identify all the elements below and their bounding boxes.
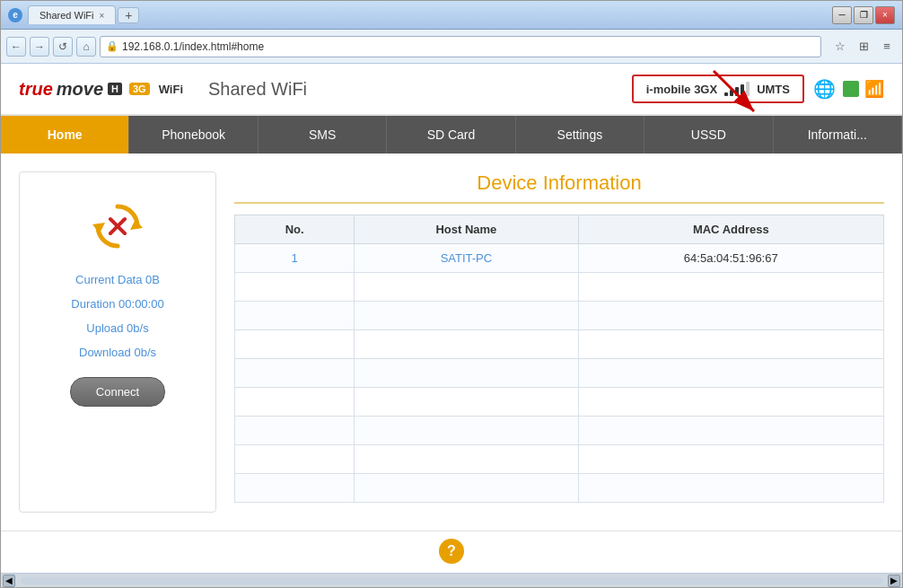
tab-label: Shared WiFi xyxy=(39,10,94,21)
cell-mac xyxy=(578,359,883,388)
close-button[interactable]: × xyxy=(875,6,895,24)
col-mac: MAC Address xyxy=(578,215,883,244)
tab-bar: e Shared WiFi × + xyxy=(8,1,139,29)
signal-bar-2 xyxy=(730,90,733,96)
table-row xyxy=(235,417,884,445)
cell-hostname xyxy=(355,474,578,503)
main-content: Current Data 0B Duration 00:00:00 Upload… xyxy=(1,154,902,531)
table-row xyxy=(235,273,884,302)
cell-mac xyxy=(578,445,883,474)
nav-bar: Home Phonebook SMS SD Card Settings USSD… xyxy=(1,116,902,154)
nav-settings[interactable]: Settings xyxy=(516,116,644,154)
globe-icon: 🌐 xyxy=(813,78,836,100)
signal-bar-5 xyxy=(746,82,750,96)
maximize-button[interactable]: ❐ xyxy=(854,6,873,24)
cell-no xyxy=(235,359,355,388)
table-row: 1SATIT-PC64:5a:04:51:96:67 xyxy=(235,244,884,273)
header-icons: 🌐 📶 xyxy=(813,78,884,100)
table-row xyxy=(235,302,884,330)
scroll-track[interactable] xyxy=(21,577,882,584)
toolbar-icons: ☆ ⊞ ≡ xyxy=(830,37,897,57)
browser-tab[interactable]: Shared WiFi × xyxy=(28,5,116,24)
signal-carrier: i-mobile 3GX xyxy=(646,83,717,96)
logo-h: H xyxy=(108,83,122,95)
col-no: No. xyxy=(235,215,355,244)
cell-mac xyxy=(578,417,883,445)
nav-sms[interactable]: SMS xyxy=(259,116,387,154)
truemove-logo: true move H 3G WiFi xyxy=(19,79,183,100)
back-button[interactable]: ← xyxy=(6,37,26,57)
page-content: true move H 3G WiFi Shared WiFi i-mobile… xyxy=(1,64,902,573)
signal-info-box: i-mobile 3GX UMTS xyxy=(632,75,804,103)
device-table: No. Host Name MAC Address 1SATIT-PC64:5a… xyxy=(234,215,884,503)
scrollbar[interactable]: ◀ ▶ xyxy=(1,573,902,587)
duration-label: Duration 00:00:00 xyxy=(71,297,163,311)
minimize-button[interactable]: ─ xyxy=(832,6,852,24)
address-icon: 🔒 xyxy=(106,40,118,52)
nav-phonebook[interactable]: Phonebook xyxy=(129,116,258,154)
current-data-label: Current Data 0B xyxy=(75,273,160,286)
menu-icon[interactable]: ≡ xyxy=(877,37,897,57)
page-title: Shared WiFi xyxy=(208,79,632,100)
help-button[interactable]: ? xyxy=(439,539,464,564)
left-panel: Current Data 0B Duration 00:00:00 Upload… xyxy=(19,171,216,513)
cell-no xyxy=(235,388,355,417)
favorites-icon[interactable]: ☆ xyxy=(830,37,850,57)
sync-icon xyxy=(91,199,145,253)
address-text: 192.168.0.1/index.html#home xyxy=(122,40,264,53)
signal-bar-4 xyxy=(741,84,744,96)
address-bar[interactable]: 🔒 192.168.0.1/index.html#home xyxy=(100,36,821,57)
cell-mac: 64:5a:04:51:96:67 xyxy=(578,244,883,273)
cell-hostname xyxy=(355,445,578,474)
svg-marker-3 xyxy=(92,223,105,233)
nav-home[interactable]: Home xyxy=(1,116,129,154)
cell-no xyxy=(235,302,355,330)
table-row xyxy=(235,474,884,503)
bottom-bar: ? xyxy=(1,531,902,571)
window-controls: ─ ❐ × xyxy=(832,6,895,24)
cell-mac xyxy=(578,302,883,330)
signal-bar-1 xyxy=(724,92,728,96)
cell-no xyxy=(235,273,355,302)
home-button[interactable]: ⌂ xyxy=(76,37,96,57)
browser-window: e Shared WiFi × + ─ ❐ × ← → ↺ ⌂ 🔒 192.16… xyxy=(0,0,903,588)
new-tab-button[interactable]: + xyxy=(118,7,139,23)
download-label: Download 0b/s xyxy=(79,346,156,359)
cell-mac xyxy=(578,388,883,417)
scroll-right-button[interactable]: ▶ xyxy=(888,575,900,587)
title-bar: e Shared WiFi × + ─ ❐ × xyxy=(1,1,902,30)
cell-mac xyxy=(578,273,883,302)
forward-button[interactable]: → xyxy=(30,37,49,57)
scroll-left-button[interactable]: ◀ xyxy=(3,575,15,587)
col-hostname: Host Name xyxy=(355,215,578,244)
cell-no xyxy=(235,445,355,474)
cell-hostname xyxy=(355,330,578,359)
cell-no xyxy=(235,417,355,445)
cell-hostname xyxy=(355,359,578,388)
tools-icon[interactable]: ⊞ xyxy=(854,37,873,57)
cell-hostname: SATIT-PC xyxy=(355,244,578,273)
connect-button[interactable]: Connect xyxy=(70,377,165,407)
tab-close-button[interactable]: × xyxy=(100,11,105,21)
cell-hostname xyxy=(355,417,578,445)
table-row xyxy=(235,359,884,388)
logo-true: true xyxy=(19,79,53,100)
cell-no: 1 xyxy=(235,244,355,273)
logo-3g: 3G xyxy=(129,83,150,95)
cell-hostname xyxy=(355,302,578,330)
nav-ussd[interactable]: USSD xyxy=(644,116,773,154)
right-panel: Device Information No. Host Name MAC Add… xyxy=(234,171,884,513)
cell-no xyxy=(235,474,355,503)
refresh-button[interactable]: ↺ xyxy=(53,37,73,57)
nav-information[interactable]: Informati... xyxy=(774,116,902,154)
address-bar-row: ← → ↺ ⌂ 🔒 192.168.0.1/index.html#home ☆ … xyxy=(1,30,902,64)
upload-label: Upload 0b/s xyxy=(86,321,148,335)
sync-icon-wrap xyxy=(91,199,145,253)
logo-wifi: WiFi xyxy=(159,83,183,96)
device-info-title: Device Information xyxy=(234,171,884,204)
table-row xyxy=(235,445,884,474)
cell-no xyxy=(235,330,355,359)
nav-sdcard[interactable]: SD Card xyxy=(387,116,515,154)
cell-hostname xyxy=(355,388,578,417)
cell-hostname xyxy=(355,273,578,302)
